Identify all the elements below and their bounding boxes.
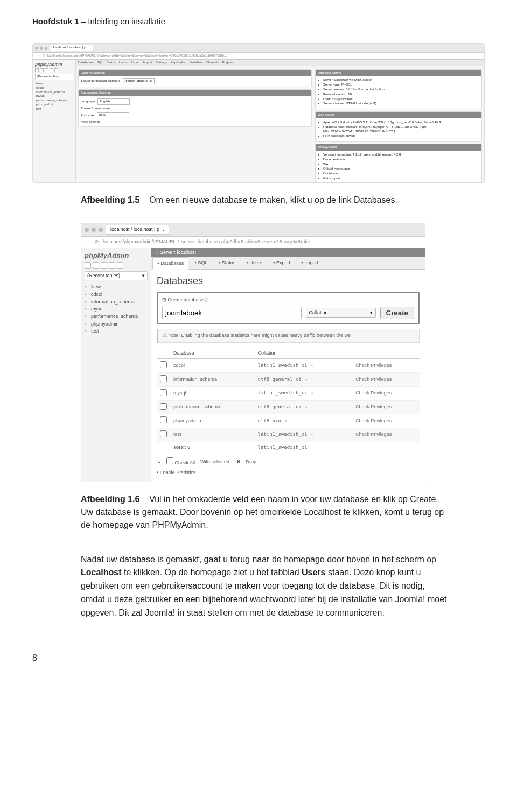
caption-1-5: Afbeelding 1.5 Om een nieuwe database te… <box>81 194 447 207</box>
caption-1-6: Afbeelding 1.6 Vul in het omkaderde veld… <box>81 493 447 532</box>
row-checkbox[interactable] <box>160 416 167 423</box>
sql-icon[interactable] <box>101 262 107 269</box>
table-row: phpmyadminutf8_bin ◂Check Privileges <box>157 414 420 428</box>
home-icon[interactable] <box>35 68 39 72</box>
bold-term: Localhost <box>81 568 122 577</box>
tab-export[interactable]: Export <box>130 61 139 65</box>
cell-database[interactable]: performance_schema <box>170 400 254 414</box>
recent-tables-select[interactable]: (Recent tables) <box>35 74 73 80</box>
list-item: PHP extension: mysqli <box>323 134 479 138</box>
tab-users[interactable]: ▪Users <box>241 257 267 269</box>
logout-icon[interactable] <box>93 262 99 269</box>
row-checkbox[interactable] <box>160 403 167 410</box>
cell-database[interactable]: information_schema <box>170 373 254 387</box>
tab-export[interactable]: ▪Export <box>268 257 295 269</box>
bold-term: Users <box>302 568 325 577</box>
docs-icon[interactable] <box>109 262 115 269</box>
reload-icon[interactable]: ⟳ <box>95 239 99 245</box>
cell-database[interactable]: test <box>170 428 254 442</box>
db-tree-item[interactable]: mysql <box>35 94 73 98</box>
sql-icon[interactable] <box>45 68 48 72</box>
list-item: Contribute <box>323 172 479 176</box>
col-collation[interactable]: Collation <box>254 348 352 359</box>
tab-import[interactable]: ▪Import <box>296 257 323 269</box>
caption-label: Afbeelding 1.6 <box>81 495 139 504</box>
db-tree-item[interactable]: information_schema <box>35 90 73 95</box>
cell-database[interactable]: cdcol <box>170 359 254 373</box>
check-privileges-link[interactable]: Check Privileges <box>355 377 392 382</box>
row-checkbox[interactable] <box>160 375 167 382</box>
browser-titlebar: localhost / localhost | p… <box>81 223 425 237</box>
cell-database[interactable]: mysql <box>170 386 254 400</box>
tab-charsets[interactable]: Charsets <box>206 61 219 65</box>
col-database[interactable]: Database <box>170 348 254 359</box>
db-tree-item[interactable]: cdcol <box>35 86 73 90</box>
more-settings-link[interactable]: More settings <box>81 120 100 124</box>
tab-replication[interactable]: Replication <box>170 61 186 65</box>
row-checkbox[interactable] <box>160 389 167 396</box>
collation-select[interactable]: utf8mb4_general_ci <box>122 78 155 84</box>
tab-import[interactable]: Import <box>143 61 152 65</box>
create-button[interactable]: Create <box>380 307 415 319</box>
screenshot-phpmyadmin-overview: localhost / localhost | p… ← ⟳ localhost… <box>32 43 485 183</box>
db-tree-item[interactable]: cdcol <box>85 291 148 299</box>
database-name-input[interactable] <box>162 307 302 319</box>
row-checkbox[interactable] <box>160 361 167 368</box>
back-icon[interactable]: ← <box>86 239 90 245</box>
tab-variables[interactable]: Variables <box>190 61 203 65</box>
browser-tab[interactable]: localhost / localhost | p… <box>50 45 93 51</box>
tab-databases[interactable]: Databases <box>78 61 94 65</box>
row-checkbox[interactable] <box>160 430 167 437</box>
tab-status[interactable]: Status <box>107 61 116 65</box>
tab-databases[interactable]: ▪Databases <box>152 257 188 270</box>
drop-link[interactable]: Drop <box>246 459 257 465</box>
tab-settings[interactable]: Settings <box>156 61 167 65</box>
db-tree-item[interactable]: New <box>35 82 73 86</box>
db-tree-item[interactable]: New <box>85 284 148 291</box>
back-icon[interactable]: ← <box>37 54 40 58</box>
reload-icon[interactable] <box>54 68 58 72</box>
check-privileges-link[interactable]: Check Privileges <box>355 390 392 396</box>
enable-statistics-link[interactable]: Enable Statistics <box>160 470 196 475</box>
db-tree-item[interactable]: test <box>85 328 148 335</box>
db-tree-item[interactable]: performance_schema <box>85 313 148 321</box>
table-row: information_schemautf8_general_ci ◂Check… <box>157 373 420 387</box>
browser-urlbar[interactable]: ← ⟳ localhost/phpmyadmin/#PMAURL-1:serve… <box>81 237 425 248</box>
recent-tables-select[interactable]: (Recent tables) ▾ <box>85 271 148 281</box>
browser-titlebar: localhost / localhost | p… <box>33 44 484 53</box>
reload-icon[interactable]: ⟳ <box>43 54 45 58</box>
help-icon[interactable]: ⍰ <box>205 297 208 302</box>
browser-tab[interactable]: localhost / localhost | p… <box>106 225 169 235</box>
docs-icon[interactable] <box>50 68 53 72</box>
tab-status[interactable]: ▪Status <box>213 257 240 269</box>
tab-engines[interactable]: Engines <box>222 61 234 65</box>
check-all-checkbox[interactable] <box>166 457 173 464</box>
db-tree-item[interactable]: performance_schema <box>35 98 73 103</box>
collation-select[interactable]: Collation ▾ <box>306 308 376 319</box>
tab-sql[interactable]: SQL <box>97 61 103 65</box>
tab-users[interactable]: Users <box>119 61 128 65</box>
font-size-select[interactable]: 82% <box>97 112 129 119</box>
check-privileges-link[interactable]: Check Privileges <box>355 418 392 423</box>
check-privileges-link[interactable]: Check Privileges <box>355 404 392 409</box>
reload-icon[interactable] <box>117 262 123 269</box>
collation-value: Collation <box>309 310 328 316</box>
db-tree-item[interactable]: mysql <box>85 306 148 313</box>
check-privileges-link[interactable]: Check Privileges <box>355 363 392 368</box>
check-all[interactable]: Check All <box>166 457 195 467</box>
browser-urlbar[interactable]: ← ⟳ localhost/phpmyadmin/#PMAURL-0:index… <box>33 53 484 60</box>
cell-database[interactable]: phpmyadmin <box>170 414 254 428</box>
chevron-down-icon: ▾ <box>142 273 145 279</box>
check-privileges-link[interactable]: Check Privileges <box>355 432 392 437</box>
tab-label: Databases <box>160 260 184 267</box>
recent-tables-label: (Recent tables) <box>87 273 120 279</box>
language-select[interactable]: English <box>97 98 130 105</box>
db-tree-item[interactable]: phpmyadmin <box>35 103 73 107</box>
db-tree-item[interactable]: information_schema <box>85 299 148 306</box>
tab-sql[interactable]: ▪SQL <box>190 257 212 269</box>
db-tree-item[interactable]: phpmyadmin <box>85 321 148 328</box>
breadcrumb[interactable]: ⌂ Server: localhost <box>151 248 425 258</box>
logout-icon[interactable] <box>40 68 44 72</box>
home-icon[interactable] <box>85 262 91 269</box>
db-tree-item[interactable]: test <box>35 107 73 111</box>
